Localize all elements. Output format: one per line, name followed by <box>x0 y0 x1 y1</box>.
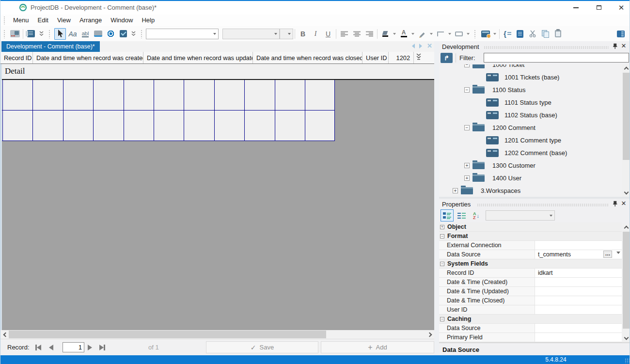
border-style-button[interactable] <box>435 28 446 40</box>
design-grid[interactable] <box>0 80 335 141</box>
checkbox-tool-button[interactable] <box>117 28 129 40</box>
tree-item[interactable]: 1101 Status type <box>439 96 622 109</box>
property-row[interactable]: Date & Time (Created) <box>439 278 622 287</box>
expand-icon[interactable]: + <box>453 188 458 193</box>
scroll-up-button[interactable] <box>622 223 630 231</box>
scrollbar-thumb[interactable] <box>623 73 630 160</box>
next-record-button[interactable] <box>88 342 92 353</box>
maximize-button[interactable] <box>592 1 606 14</box>
cut-button[interactable] <box>527 28 538 40</box>
more-fields-button[interactable] <box>416 53 422 62</box>
property-group-row[interactable]: −Format <box>439 232 622 241</box>
expand-icon[interactable]: + <box>440 225 444 229</box>
new-form-button[interactable] <box>9 28 21 40</box>
property-row[interactable]: Data Sourcet_comments… <box>439 250 622 259</box>
property-group-row[interactable]: +Object <box>439 222 622 232</box>
collapse-icon[interactable]: − <box>464 87 470 93</box>
menu-item-view[interactable]: View <box>53 15 75 26</box>
collapse-icon[interactable]: − <box>464 125 470 130</box>
tree-item[interactable]: 1001 Tickets (base) <box>439 71 622 83</box>
chevron-down-icon[interactable] <box>430 33 433 35</box>
tree-scrollbar[interactable] <box>622 64 630 197</box>
tree-item[interactable]: 1102 Status (base) <box>439 109 622 121</box>
chevron-down-icon[interactable] <box>493 33 496 35</box>
save-record-button[interactable]: ✓ Save <box>206 341 318 353</box>
record-number-input[interactable] <box>63 342 84 352</box>
form-actions-button[interactable] <box>480 28 491 40</box>
select-tool-button[interactable] <box>54 28 66 40</box>
scroll-left-button[interactable] <box>0 330 9 339</box>
resize-grip-icon[interactable] <box>625 358 630 363</box>
tree-item[interactable]: +1400 User <box>439 172 622 184</box>
property-row[interactable]: Data Source <box>439 324 622 333</box>
scroll-down-button[interactable] <box>622 189 630 197</box>
underline-button[interactable]: U <box>322 28 334 40</box>
italic-button[interactable]: I <box>310 28 321 40</box>
pin-icon[interactable] <box>612 43 618 50</box>
align-center-button[interactable] <box>351 28 362 40</box>
tree-item[interactable]: +1300 Customer <box>439 159 622 172</box>
scrollbar-thumb[interactable] <box>9 331 326 338</box>
property-value[interactable] <box>535 287 622 296</box>
label-tool-button[interactable]: Aa <box>67 28 79 40</box>
property-group-row[interactable]: −Caching <box>439 315 622 324</box>
column-header-5[interactable]: 1202 <box>389 52 414 63</box>
toolbar-grip[interactable] <box>141 30 143 38</box>
close-panel-button[interactable]: ✕ <box>620 43 627 49</box>
align-right-button[interactable] <box>363 28 375 40</box>
chevron-down-icon[interactable] <box>467 33 470 35</box>
toggle-panel-button[interactable] <box>615 28 627 40</box>
alphabetical-view-button[interactable] <box>455 209 468 222</box>
fill-color-button[interactable] <box>379 28 391 40</box>
tree-item[interactable]: 1202 Comment (base) <box>439 146 622 159</box>
expand-icon[interactable]: + <box>464 175 470 181</box>
collapse-icon[interactable]: − <box>440 317 444 321</box>
property-value[interactable] <box>535 324 622 332</box>
font-family-select[interactable] <box>146 29 219 39</box>
textbox-tool-button[interactable]: abl <box>79 28 91 40</box>
tree-item[interactable]: −1100 Status <box>439 83 622 96</box>
toolbar-grip[interactable] <box>3 16 6 25</box>
add-record-button[interactable]: + Add <box>321 341 434 353</box>
scrollbar-thumb[interactable] <box>623 232 630 329</box>
copy-button[interactable] <box>539 28 551 40</box>
locate-object-button[interactable]: ↱ <box>441 53 453 63</box>
property-row[interactable]: Primary Field <box>439 333 622 342</box>
tree-item[interactable]: −1200 Comment <box>439 121 622 134</box>
collapse-icon[interactable]: − <box>440 262 444 266</box>
property-value[interactable]: idkart <box>535 269 622 277</box>
dropdown-button[interactable] <box>616 252 620 254</box>
scroll-up-button[interactable] <box>622 64 630 72</box>
tab-scroll-right-button[interactable] <box>419 44 422 48</box>
column-header-0[interactable]: Record ID <box>0 52 33 63</box>
property-value[interactable] <box>535 278 622 286</box>
collapse-icon[interactable]: − <box>464 64 470 67</box>
property-value[interactable] <box>535 305 622 314</box>
menu-item-window[interactable]: Window <box>106 15 137 26</box>
button-tool-button[interactable] <box>92 28 104 40</box>
ellipsis-button[interactable]: … <box>603 251 612 258</box>
close-button[interactable]: ✕ <box>614 1 629 14</box>
sort-az-button[interactable]: AZ↓ <box>470 209 483 222</box>
tree-item[interactable]: 1201 Comment type <box>439 134 622 146</box>
menu-item-edit[interactable]: Edit <box>33 15 53 26</box>
filter-input[interactable] <box>484 53 629 63</box>
first-record-button[interactable] <box>35 342 41 353</box>
paste-button[interactable] <box>552 28 564 40</box>
toolbar-overflow-button[interactable] <box>39 31 44 37</box>
scroll-down-button[interactable] <box>622 334 630 342</box>
radio-tool-button[interactable] <box>105 28 116 40</box>
panel-splitter[interactable] <box>434 41 439 355</box>
toolbar-grip[interactable] <box>48 30 51 38</box>
property-value[interactable] <box>535 241 622 250</box>
collapse-icon[interactable]: − <box>440 234 444 238</box>
scroll-right-button[interactable] <box>426 330 434 339</box>
property-value[interactable] <box>535 296 622 305</box>
property-group-row[interactable]: −System Fields <box>439 259 622 269</box>
previous-record-button[interactable] <box>49 342 53 353</box>
detail-band[interactable]: Detail <box>0 64 434 79</box>
close-panel-button[interactable]: ✕ <box>620 200 627 207</box>
pin-icon[interactable] <box>612 201 618 207</box>
property-value[interactable] <box>535 333 622 342</box>
property-value[interactable]: t_comments… <box>535 250 622 259</box>
